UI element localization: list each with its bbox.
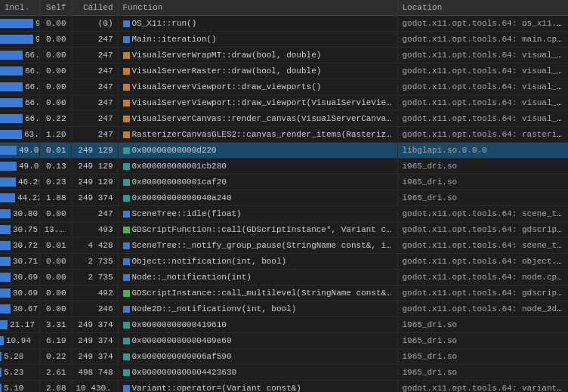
- table-row[interactable]: 30.71 0.002 735 Object::notification(int…: [0, 254, 568, 270]
- table-row[interactable]: 30.69 0.00492 GDScriptInstance::call_mul…: [0, 286, 568, 301]
- incl-bar: [0, 225, 11, 234]
- location-cell: i965_dri.so: [397, 159, 568, 174]
- incl-cell: 5.28: [0, 349, 39, 365]
- function-cell: VisualServerViewport::draw_viewport(Visu…: [118, 95, 397, 111]
- table-row[interactable]: 21.17 3.31249 374 0x00000000000419610 i9…: [0, 317, 568, 333]
- location-value: i965_dri.so: [403, 352, 458, 361]
- incl-value: 30.69: [13, 271, 38, 283]
- location-value: godot.x11.opt.tools.64: variant.cpp, var: [403, 384, 569, 392]
- table-row[interactable]: 5.10 2.8810 430 597 Variant::operator=(V…: [0, 381, 568, 393]
- self-cell: 0.00: [39, 95, 71, 111]
- incl-cell: 44.22: [0, 190, 39, 206]
- function-cell: 0x000000000000409e60: [118, 333, 397, 349]
- table-row[interactable]: 66.28 0.00247 VisualServerWrapMT::draw(b…: [0, 48, 568, 63]
- function-cell: 0x000000000001cb280: [118, 159, 397, 174]
- called-cell: 247: [71, 95, 118, 111]
- table-row[interactable]: 49.09 0.01249 129 0x00000000000d220 libg…: [0, 143, 568, 159]
- location-cell: godot.x11.opt.tools.64: visual_server_ca: [397, 111, 568, 127]
- col-header-location[interactable]: Location: [397, 0, 568, 16]
- table-row[interactable]: 46.29 0.23249 129 0x000000000001caf20 i9…: [0, 174, 568, 190]
- called-cell: 2 735: [71, 270, 118, 286]
- table-row[interactable]: 66.28 0.00247 VisualServerRaster::draw(b…: [0, 63, 568, 79]
- called-cell: 249 374: [71, 317, 118, 333]
- location-value: i965_dri.so: [403, 177, 458, 187]
- function-cell: Node::_notification(int): [118, 270, 397, 286]
- col-header-incl[interactable]: Incl.: [0, 0, 39, 16]
- incl-cell: 66.28: [0, 48, 39, 63]
- function-cell: Main::iteration(): [118, 32, 397, 48]
- self-cell: 6.19: [39, 333, 71, 349]
- table-row[interactable]: 30.67 0.00246 Node2D::_notificationv(int…: [0, 301, 568, 317]
- called-cell: 249 129: [71, 174, 118, 190]
- location-cell: godot.x11.opt.tools.64: main.cpp, varia: [397, 32, 568, 48]
- function-icon: [123, 163, 130, 170]
- self-cell: 0.00: [39, 48, 71, 63]
- self-cell: 0.01: [39, 238, 71, 254]
- table-row[interactable]: 63.93 1.20247 RasterizerCanvasGLES2::can…: [0, 127, 568, 143]
- location-cell: libglapi.so.0.0.0: [397, 143, 568, 159]
- called-cell: 247: [71, 63, 118, 79]
- function-icon: [123, 20, 130, 27]
- called-cell: 247: [71, 127, 118, 143]
- location-value: godot.x11.opt.tools.64: node_2d.h, nod: [403, 304, 569, 313]
- location-value: godot.x11.opt.tools.64: visual_server_vi: [403, 82, 569, 91]
- function-cell: Node2D::_notificationv(int, bool): [118, 301, 397, 317]
- table-row[interactable]: 49.08 0.13249 129 0x000000000001cb280 i9…: [0, 159, 568, 174]
- function-name: GDScriptFunction::call(GDScriptInstance*…: [132, 224, 393, 236]
- table-row[interactable]: 97.41 0.00247 Main::iteration() godot.x1…: [0, 32, 568, 48]
- function-cell: GDScriptFunction::call(GDScriptInstance*…: [118, 222, 397, 238]
- col-header-function[interactable]: Function: [118, 0, 397, 16]
- called-cell: 247: [71, 206, 118, 222]
- incl-bar: [0, 66, 23, 76]
- self-cell: 0.00: [39, 16, 71, 32]
- table-row[interactable]: 44.22 1.88249 374 0x00000000000040a240 i…: [0, 190, 568, 206]
- incl-cell: 30.71: [0, 254, 39, 270]
- incl-cell: 21.17: [0, 317, 39, 333]
- table-row[interactable]: 30.75 13.46493 GDScriptFunction::call(GD…: [0, 222, 568, 238]
- function-cell: 0x00000000000419610: [118, 317, 397, 333]
- function-icon: [123, 100, 130, 106]
- self-cell: 0.00: [39, 254, 71, 270]
- incl-cell: 63.93: [0, 127, 39, 143]
- function-name: 0x000000000000409e60: [132, 335, 232, 347]
- incl-cell: 10.94: [0, 333, 39, 349]
- function-name: 0x0000000000006af590: [132, 350, 232, 363]
- incl-value: 10.94: [6, 335, 31, 347]
- table-row[interactable]: 5.23 2.61498 748 0x0000000000004423630 i…: [0, 365, 568, 381]
- table-row[interactable]: 66.07 0.00247 VisualServerViewport::draw…: [0, 95, 568, 111]
- table-row[interactable]: 10.94 6.19249 374 0x000000000000409e60 i…: [0, 333, 568, 349]
- table-row[interactable]: 30.80 0.00247 SceneTree::idle(float) god…: [0, 206, 568, 222]
- self-cell: 0.00: [39, 270, 71, 286]
- function-icon: [123, 290, 130, 297]
- table-row[interactable]: 97.41 0.00(0) OS_X11::run() godot.x11.op…: [0, 16, 568, 32]
- self-cell: 1.20: [39, 127, 71, 143]
- location-value: i965_dri.so: [403, 320, 458, 329]
- function-name: RasterizerCanvasGLES2::canvas_render_ite…: [132, 128, 393, 140]
- table-row[interactable]: 5.28 0.22249 374 0x0000000000006af590 i9…: [0, 349, 568, 365]
- function-icon: [123, 306, 130, 313]
- function-cell: GDScriptInstance::call_multilevel(String…: [118, 286, 397, 301]
- col-header-called[interactable]: Called: [71, 0, 118, 16]
- function-name: Object::notification(int, bool): [132, 255, 287, 267]
- table-row[interactable]: 66.21 0.00247 VisualServerViewport::draw…: [0, 79, 568, 95]
- function-cell: SceneTree::idle(float): [118, 206, 397, 222]
- col-header-self[interactable]: Self: [39, 0, 71, 16]
- function-icon: [123, 322, 130, 329]
- location-cell: godot.x11.opt.tools.64: os_x11.cpp: [397, 16, 568, 32]
- called-cell: 247: [71, 111, 118, 127]
- incl-bar: [0, 162, 17, 171]
- location-cell: i965_dri.so: [397, 174, 568, 190]
- incl-bar: [0, 289, 11, 298]
- called-cell: 249 374: [71, 349, 118, 365]
- table-row[interactable]: 66.06 0.22247 VisualServerCanvas::render…: [0, 111, 568, 127]
- location-cell: godot.x11.opt.tools.64: node.cpp, scene: [397, 270, 568, 286]
- function-name: 0x0000000000004423630: [132, 366, 237, 378]
- incl-cell: 30.75: [0, 222, 39, 238]
- self-cell: 0.22: [39, 349, 71, 365]
- incl-cell: 30.80: [0, 206, 39, 222]
- table-row[interactable]: 30.72 0.014 428 SceneTree::_notify_group…: [0, 238, 568, 254]
- incl-cell: 66.07: [0, 95, 39, 111]
- table-row[interactable]: 30.69 0.002 735 Node::_notification(int)…: [0, 270, 568, 286]
- called-cell: 249 374: [71, 190, 118, 206]
- function-name: 0x000000000001caf20: [132, 176, 227, 188]
